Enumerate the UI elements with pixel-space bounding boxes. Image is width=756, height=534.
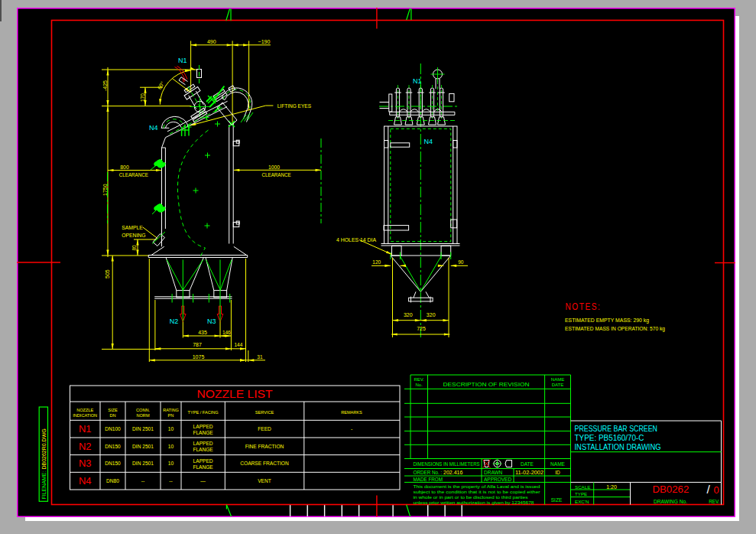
svg-text:N2: N2 xyxy=(79,441,92,452)
svg-text:DATE: DATE xyxy=(552,383,564,387)
svg-text:31: 31 xyxy=(257,354,263,360)
svg-text:FLANGE: FLANGE xyxy=(193,447,213,452)
svg-text:320: 320 xyxy=(427,312,436,317)
svg-text:SAMPLE: SAMPLE xyxy=(122,225,143,230)
svg-text:in whole or in part or to be d: in whole or in part or to be disclosed t… xyxy=(414,495,528,500)
svg-text:DB0262: DB0262 xyxy=(652,484,689,495)
svg-text:787: 787 xyxy=(193,342,202,347)
svg-text:0: 0 xyxy=(714,484,719,496)
svg-text:N3: N3 xyxy=(207,317,216,325)
svg-text:SERVICE: SERVICE xyxy=(255,410,274,415)
svg-text:NOZZLE: NOZZLE xyxy=(76,408,93,412)
svg-text:DIN 2501: DIN 2501 xyxy=(132,444,154,449)
svg-text:DN: DN xyxy=(109,413,115,418)
svg-text:--: -- xyxy=(169,478,172,484)
svg-text:N1: N1 xyxy=(178,57,187,64)
svg-text:LAPPED: LAPPED xyxy=(193,441,213,446)
svg-text:DESCRIPTION OF REVISION: DESCRIPTION OF REVISION xyxy=(443,381,530,388)
svg-text:/: / xyxy=(707,483,711,496)
svg-text:146: 146 xyxy=(222,330,231,335)
svg-text:800: 800 xyxy=(120,164,129,170)
svg-text:1075: 1075 xyxy=(193,354,205,360)
svg-text:4 HOLES 14 DIA: 4 HOLES 14 DIA xyxy=(336,237,377,243)
svg-text:DN100: DN100 xyxy=(105,426,121,431)
svg-text:TYPE: PB5160/70-C: TYPE: PB5160/70-C xyxy=(575,434,644,442)
svg-text:NAME: NAME xyxy=(551,377,564,382)
svg-text:REV.: REV. xyxy=(709,499,720,504)
svg-text:ID: ID xyxy=(555,470,560,475)
svg-text:REV.: REV. xyxy=(414,377,424,382)
svg-text:80: 80 xyxy=(131,245,137,251)
svg-text:DN150: DN150 xyxy=(105,444,121,449)
svg-text:490: 490 xyxy=(207,39,216,44)
svg-text:-425: -425 xyxy=(102,80,108,91)
svg-text:RATING: RATING xyxy=(163,408,179,412)
svg-text:90: 90 xyxy=(458,259,464,265)
svg-text:DN80: DN80 xyxy=(106,478,119,484)
svg-text:725: 725 xyxy=(417,326,426,331)
svg-text:—: — xyxy=(200,478,206,484)
svg-text:NAME: NAME xyxy=(550,461,565,467)
svg-text:CLEARANCE: CLEARANCE xyxy=(119,172,148,177)
svg-text:TYPE: TYPE xyxy=(575,491,587,497)
svg-text:FINE FRACTION: FINE FRACTION xyxy=(245,444,284,449)
svg-text:unless prior written authoriza: unless prior written authorization is gi… xyxy=(414,500,535,505)
svg-text:1750: 1750 xyxy=(102,184,108,196)
svg-text:DRAWN: DRAWN xyxy=(484,470,503,475)
svg-text:OPENING: OPENING xyxy=(122,233,145,238)
svg-text:TYPE / FACING: TYPE / FACING xyxy=(188,410,219,415)
svg-text:ORDER No. : 202.416: ORDER No. : 202.416 xyxy=(414,470,463,475)
svg-text:144: 144 xyxy=(235,342,243,347)
svg-text:FEED: FEED xyxy=(258,426,271,431)
svg-text:FLANGE: FLANGE xyxy=(193,464,213,470)
svg-text:1000: 1000 xyxy=(268,164,280,170)
svg-text:INSTALLATION DRAWING: INSTALLATION DRAWING xyxy=(575,443,661,451)
svg-text:170: 170 xyxy=(140,93,145,102)
svg-text:SCALE: SCALE xyxy=(575,484,590,490)
svg-text:N4: N4 xyxy=(79,475,92,487)
svg-text:ESTIMATED MASS IN OPERATION: 5: ESTIMATED MASS IN OPERATION: 570 kg xyxy=(565,326,665,332)
svg-text:ESTIMATED EMPTY MASS: 290 kg: ESTIMATED EMPTY MASS: 290 kg xyxy=(565,317,649,324)
svg-text:No.: No. xyxy=(416,383,423,387)
svg-text:505: 505 xyxy=(105,269,110,278)
svg-text:N1: N1 xyxy=(413,77,422,85)
svg-text:11-02-2002: 11-02-2002 xyxy=(515,470,543,475)
svg-text:subject to the condition that: subject to the condition that it is not … xyxy=(414,490,540,494)
svg-text:--: -- xyxy=(141,478,144,484)
svg-text:120: 120 xyxy=(372,259,381,265)
svg-text:SIZE: SIZE xyxy=(551,497,563,503)
svg-text:APPROVED: APPROVED xyxy=(484,477,511,482)
svg-text:LIFTING EYES: LIFTING EYES xyxy=(277,103,312,109)
svg-text:-: - xyxy=(351,426,352,431)
svg-text:REMARKS: REMARKS xyxy=(341,410,362,415)
svg-text:DIN 2501: DIN 2501 xyxy=(132,461,154,466)
svg-text:N4: N4 xyxy=(424,138,433,145)
svg-text:FLANGE: FLANGE xyxy=(193,430,213,435)
svg-text:N3: N3 xyxy=(79,457,92,469)
svg-text:LAPPED: LAPPED xyxy=(193,458,213,464)
svg-text:435: 435 xyxy=(198,330,207,335)
svg-text:10: 10 xyxy=(168,444,174,449)
svg-text:PN: PN xyxy=(168,413,174,418)
svg-text:1:20: 1:20 xyxy=(606,484,617,490)
svg-text:MADE FROM: MADE FROM xyxy=(414,477,443,482)
svg-text:N1: N1 xyxy=(79,423,92,435)
svg-text:FILENAME: DB0262R0.DWG: FILENAME: DB0262R0.DWG xyxy=(41,428,47,499)
svg-text:COARSE FRACTION: COARSE FRACTION xyxy=(240,461,289,466)
svg-text:NORM: NORM xyxy=(136,413,149,418)
svg-text:VENT: VENT xyxy=(258,478,271,484)
svg-text:CLEARANCE: CLEARANCE xyxy=(262,172,291,177)
svg-text:EXC'N: EXC'N xyxy=(575,499,589,504)
svg-text:NOTES:: NOTES: xyxy=(565,301,601,312)
svg-text:CONN.: CONN. xyxy=(136,408,150,412)
svg-text:10: 10 xyxy=(168,461,174,466)
svg-text:DN150: DN150 xyxy=(105,461,121,466)
svg-text:320: 320 xyxy=(404,312,413,317)
svg-text:DIN 2501: DIN 2501 xyxy=(132,426,154,431)
svg-text:DIMENSIONS IN MILLIMETERS: DIMENSIONS IN MILLIMETERS xyxy=(414,461,480,467)
svg-text:PRESSURE BAR SCREEN: PRESSURE BAR SCREEN xyxy=(575,425,658,433)
svg-text:DRAWING No.: DRAWING No. xyxy=(654,499,687,504)
svg-text:~190: ~190 xyxy=(258,39,271,44)
svg-text:This document is the property: This document is the property of Alfa La… xyxy=(414,484,540,489)
svg-text:INDICATION: INDICATION xyxy=(73,413,97,418)
